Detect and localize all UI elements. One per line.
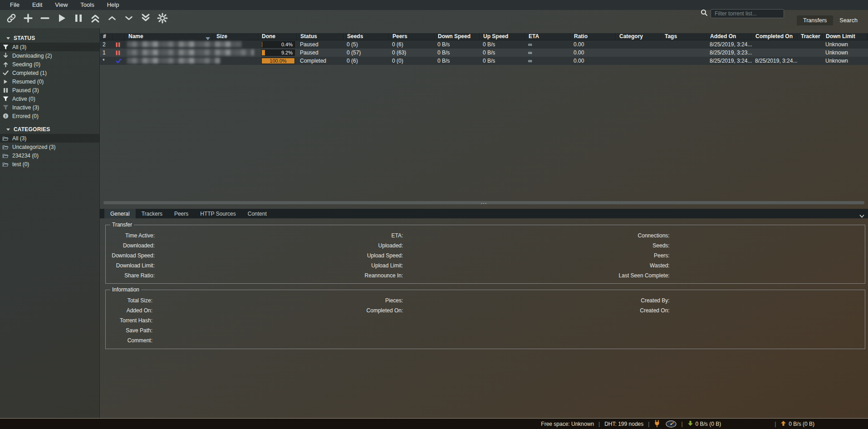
cell-name-redacted [125, 49, 213, 57]
resume-button[interactable] [55, 12, 69, 26]
status-section-header[interactable]: STATUS [0, 34, 99, 43]
move-down-button[interactable] [122, 12, 136, 26]
delete-button[interactable] [38, 12, 52, 26]
column-header-tracker[interactable]: Tracker [798, 33, 823, 40]
tab-trackers[interactable]: Trackers [136, 209, 168, 218]
sidebar-item-resumed[interactable]: Resumed (0) [0, 77, 99, 86]
minus-icon [39, 13, 50, 25]
table-row[interactable]: 2 0.4% Paused 0 (5) 0 (6) 0 B/s 0 B/s ∞ … [100, 40, 868, 49]
column-header-completed-on[interactable]: Completed On [752, 33, 798, 40]
table-row[interactable]: 1 9.2% Paused 0 (57) 0 (63) 0 B/s 0 B/s … [100, 49, 868, 57]
column-header-seeds[interactable]: Seeds [344, 33, 389, 40]
tab-peers[interactable]: Peers [168, 209, 194, 218]
sidebar-item-label: All (3) [12, 135, 26, 142]
filter-input[interactable] [711, 9, 784, 18]
column-header-peers[interactable]: Peers [389, 33, 435, 40]
field-label: Reannounce In: [360, 272, 403, 279]
column-header-number[interactable]: # [100, 33, 113, 40]
down-arrow-icon [687, 420, 693, 428]
transfer-column-1: Time Active: Downloaded: Download Speed:… [109, 231, 360, 281]
column-header-down-limit[interactable]: Down Limit [823, 33, 868, 40]
sidebar-category-test[interactable]: test (0) [0, 160, 99, 168]
cell-name-redacted [125, 57, 213, 65]
column-header-size[interactable]: Size [213, 33, 259, 40]
tab-general[interactable]: General [104, 209, 136, 218]
chevron-down-icon[interactable] [859, 212, 864, 220]
sidebar-item-downloading[interactable]: Downloading (2) [0, 51, 99, 60]
alt-speed-limits-gauge-icon[interactable] [666, 420, 677, 428]
column-header-done[interactable]: Done [259, 33, 297, 40]
add-torrent-button[interactable] [21, 12, 35, 26]
sidebar-category-uncategorized[interactable]: Uncategorized (3) [0, 143, 99, 151]
sidebar-item-errored[interactable]: ! Errored (0) [0, 112, 99, 120]
column-header-tags[interactable]: Tags [662, 33, 707, 40]
error-icon: ! [2, 113, 9, 119]
table-row[interactable]: * 100.0% Completed 0 (6) 0 (0) 0 B/s 0 B… [100, 57, 868, 65]
tab-transfers[interactable]: Transfers [797, 15, 833, 25]
sidebar-item-active[interactable]: Active (0) [0, 94, 99, 103]
column-header-ratio[interactable]: Ratio [571, 33, 616, 40]
sidebar-item-label: Resumed (0) [12, 79, 44, 85]
column-header-name[interactable]: Name [125, 33, 213, 40]
cell-added-on: 8/25/2019, 3:24... [707, 40, 752, 49]
pause-icon [73, 13, 84, 25]
move-bottom-button[interactable] [139, 12, 152, 26]
menu-edit[interactable]: Edit [26, 0, 49, 10]
column-header-added-on[interactable]: Added On [707, 33, 752, 40]
sidebar-item-paused[interactable]: Paused (3) [0, 86, 99, 94]
sidebar-item-seeding[interactable]: Seeding (0) [0, 60, 99, 69]
categories-section-header[interactable]: CATEGORIES [0, 125, 99, 134]
cell-down-speed: 0 B/s [435, 40, 480, 49]
panel-splitter[interactable]: ... [103, 201, 864, 204]
sidebar-item-completed[interactable]: Completed (1) [0, 69, 99, 77]
field-label: Peers: [611, 252, 670, 259]
sidebar-item-label: Errored (0) [12, 113, 39, 119]
column-header-down-speed[interactable]: Down Speed [435, 33, 480, 40]
sidebar-item-inactive[interactable]: Inactive (3) [0, 103, 99, 112]
field-label: Upload Limit: [360, 262, 403, 269]
field-label: Completed On: [360, 307, 403, 314]
field-label: Time Active: [109, 232, 155, 239]
cell-completed-on [752, 40, 798, 49]
move-top-button[interactable] [88, 12, 102, 26]
filter-icon [2, 104, 9, 110]
tab-search[interactable]: Search [833, 15, 864, 25]
menu-help[interactable]: Help [101, 0, 126, 10]
field-label: Created On: [611, 307, 670, 314]
column-header-state[interactable] [113, 33, 125, 40]
pause-button[interactable] [72, 12, 85, 26]
sidebar-item-label: Uncategorized (3) [12, 144, 55, 150]
menu-file[interactable]: File [4, 0, 26, 10]
up-arrow-icon [780, 420, 786, 428]
tab-content[interactable]: Content [242, 209, 273, 218]
column-header-up-speed[interactable]: Up Speed [480, 33, 525, 40]
tab-http-sources[interactable]: HTTP Sources [194, 209, 241, 218]
move-up-button[interactable] [105, 12, 119, 26]
column-header-category[interactable]: Category [616, 33, 662, 40]
separator: | [598, 421, 600, 427]
menu-view[interactable]: View [49, 0, 74, 10]
cell-tags [662, 57, 707, 65]
field-label: Upload Speed: [360, 252, 403, 259]
sidebar-item-label: All (3) [12, 44, 26, 50]
progress-bar: 9.2% [261, 49, 295, 56]
progress-bar: 100.0% [261, 58, 295, 64]
splitter-handle[interactable]: ... [481, 198, 487, 205]
field-label: Pieces: [360, 297, 403, 304]
cell-eta: ∞ [525, 57, 571, 65]
field-label: Seeds: [611, 242, 670, 249]
column-header-status[interactable]: Status [297, 33, 344, 40]
folder-icon [2, 153, 9, 158]
cell-down-speed: 0 B/s [435, 49, 480, 57]
menu-tools[interactable]: Tools [74, 0, 100, 10]
sidebar-category-234234[interactable]: 234234 (0) [0, 151, 99, 160]
torrent-table: # Name Size Done Status Seeds Peers Down… [100, 33, 868, 65]
completed-state-icon [113, 57, 125, 65]
add-link-button[interactable] [5, 12, 18, 26]
cell-eta: ∞ [525, 40, 571, 49]
chevrons-down-icon [140, 13, 151, 25]
options-button[interactable] [156, 12, 169, 26]
column-header-eta[interactable]: ETA [525, 33, 571, 40]
sidebar-item-all[interactable]: All (3) [0, 43, 99, 51]
sidebar-category-all[interactable]: All (3) [0, 134, 99, 143]
